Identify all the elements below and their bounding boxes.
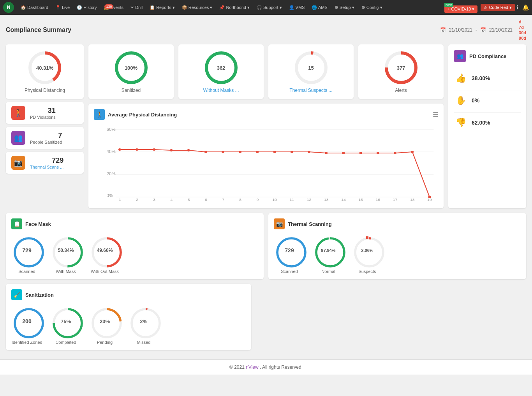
nav-logo[interactable]: N [3, 2, 14, 13]
nav-vms[interactable]: 👤 VMS [286, 4, 308, 12]
nav-dashboard[interactable]: 🏠 Dashboard [18, 4, 51, 12]
nav-live[interactable]: 📍 Live [53, 4, 72, 12]
without-masks-card: 362 Without Masks ... [178, 44, 264, 99]
svg-text:19: 19 [427, 198, 432, 202]
nav-events[interactable]: 🔔 Events 130 [101, 4, 126, 12]
period-7d[interactable]: 7d [519, 25, 526, 30]
sanitization-zones-value: 200 [22, 318, 31, 324]
events-badge: 130 [104, 4, 113, 9]
sanitization-zones: 200 Identified Zones [11, 306, 42, 345]
thermal-scans-card: 📷 729 Thermal Scans ... [6, 152, 84, 174]
face-mask-header: 📋 Face Mask [11, 218, 258, 229]
face-without-mask-donut: 49.66% [89, 235, 120, 266]
face-with-mask-donut: 50.34% [50, 235, 81, 266]
sanitization-completed-donut: 75% [50, 306, 81, 337]
nav-resources[interactable]: 📦 Resources ▾ [179, 4, 215, 12]
people-sanitized-label: People Sanitized [30, 140, 62, 144]
svg-text:14: 14 [341, 198, 346, 202]
nav-reports[interactable]: 📋 Reports ▾ [147, 4, 178, 12]
main-layout: 40.31% Physical Distancing 🚶 31 PD Viola… [6, 44, 526, 208]
svg-text:3: 3 [153, 198, 155, 202]
svg-point-49 [325, 152, 328, 154]
sanitization-completed-value: 75% [61, 319, 71, 324]
date-end[interactable]: 21/10/2021 [489, 27, 513, 33]
svg-point-39 [153, 148, 155, 151]
thermal-suspects-value: 2.06% [361, 248, 373, 253]
svg-text:4: 4 [171, 198, 173, 202]
nav-drill[interactable]: ✂ Drill [128, 4, 145, 12]
thermal-scanning-icon: 📷 [274, 218, 285, 229]
face-with-mask: 50.34% With Mask [50, 235, 81, 274]
nav-history[interactable]: 🕐 History [74, 4, 99, 12]
svg-text:20%: 20% [107, 172, 116, 176]
sanitized-value: 100% [125, 65, 137, 71]
nav-setup[interactable]: ⚙ Setup ▾ [332, 4, 357, 12]
people-sanitized-number: 7 [30, 132, 62, 140]
nav-code-red[interactable]: ⚠ Code Red ▾ [481, 4, 515, 11]
sanitization-icon: 🧹 [11, 289, 22, 300]
pd-compliance-header: 👥 PD Compliance [454, 50, 521, 62]
footer: © 2021 nView . All rights Reserved. [0, 359, 532, 375]
footer-brand: nView [246, 364, 258, 370]
without-masks-label[interactable]: Without Masks ... [203, 88, 239, 93]
svg-point-37 [118, 148, 121, 151]
chart-menu-icon[interactable]: ☰ [433, 111, 438, 118]
thermal-normal-donut: 97.94% [313, 235, 344, 266]
period-90d[interactable]: 90d [519, 36, 526, 40]
footer-text: © 2021 [229, 364, 246, 370]
alerts-label: Alerts [395, 88, 407, 93]
svg-text:16: 16 [375, 198, 380, 202]
pd-thumbs-up-stat: 👍 38.00% [454, 71, 521, 85]
svg-point-50 [342, 152, 345, 154]
without-masks-donut: 362 [204, 50, 239, 85]
pd-compliance-icon: 👥 [454, 50, 466, 62]
svg-text:7: 7 [222, 198, 224, 202]
alerts-donut: 377 [384, 50, 419, 85]
svg-text:60%: 60% [107, 127, 116, 132]
thermal-scanning-metrics: 729 Scanned 97.94% Normal [274, 235, 521, 274]
face-scanned-value: 729 [22, 247, 31, 253]
bell-icon[interactable]: 🔔 [522, 4, 529, 11]
svg-text:1: 1 [119, 198, 121, 202]
svg-point-38 [136, 148, 138, 151]
sanitized-label: Sanitized [122, 88, 141, 93]
date-start[interactable]: 21/10/2021 [449, 27, 472, 33]
nav-support[interactable]: 🎧 Support ▾ [254, 4, 285, 12]
nav-ams[interactable]: 🌐 AMS [309, 4, 330, 12]
period-30d[interactable]: 30d [519, 30, 526, 35]
thermal-normal-value: 97.94% [321, 248, 335, 253]
svg-point-44 [239, 151, 241, 153]
face-without-mask: 49.66% With Out Mask [89, 235, 120, 274]
svg-text:12: 12 [307, 198, 312, 202]
nav-northbond[interactable]: 📌 Northbond ▾ [217, 4, 252, 12]
svg-text:0%: 0% [107, 194, 113, 198]
left-stats-panel: 40.31% Physical Distancing 🚶 31 PD Viola… [6, 44, 84, 208]
svg-point-40 [170, 149, 173, 151]
new-badge: New [444, 3, 453, 7]
svg-point-53 [394, 152, 396, 154]
compliance-header: Compliance Summary 📅 21/10/2021 - 📅 21/1… [6, 19, 526, 40]
sanitization-zones-donut: 200 [11, 306, 42, 337]
face-mask-card: 📋 Face Mask 729 Scanned [6, 213, 264, 279]
neutral-icon: ✋ [454, 93, 468, 107]
thermal-scanning-title: Thermal Scanning [288, 221, 332, 227]
page-title: Compliance Summary [6, 26, 71, 33]
svg-text:8: 8 [239, 198, 241, 202]
period-d[interactable]: d [519, 19, 526, 24]
nav-config[interactable]: ⚙ Config ▾ [359, 4, 385, 12]
sanitization-completed: 75% Completed [50, 306, 81, 345]
thermal-scans-label[interactable]: Thermal Scans ... [30, 165, 63, 169]
info-icon[interactable]: ℹ [516, 4, 518, 11]
pd-compliance-panel: 👥 PD Compliance 👍 38.00% ✋ 0% 👎 62.00% [448, 44, 526, 208]
navbar: N 🏠 Dashboard 📍 Live 🕐 History 🔔 Events … [0, 0, 532, 15]
svg-text:13: 13 [324, 198, 329, 202]
face-mask-scanned: 729 Scanned [11, 235, 42, 274]
pd-neutral-stat: ✋ 0% [454, 93, 521, 107]
people-sanitized-card: 👥 7 People Sanitized [6, 127, 84, 149]
thermal-suspects-value: 15 [308, 65, 314, 71]
thermal-suspects-label[interactable]: Thermal Suspects ... [289, 88, 332, 93]
thumbs-up-value: 38.00% [472, 75, 490, 81]
sanitization-row: 🧹 Sanitization 200 Identified Zones [6, 284, 526, 350]
svg-point-48 [308, 151, 310, 153]
svg-point-43 [222, 151, 224, 153]
